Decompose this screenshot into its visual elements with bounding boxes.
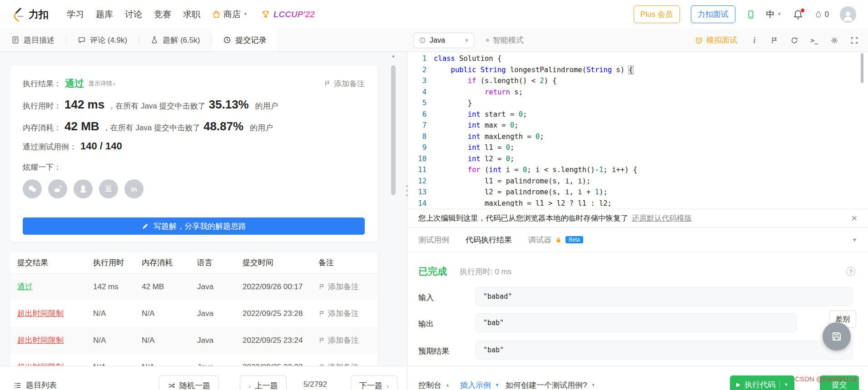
code-line[interactable]: 7 int max = 0; — [407, 120, 868, 131]
fullscreen-icon[interactable] — [844, 29, 864, 52]
add-note-button[interactable]: 添加备注 — [318, 308, 359, 319]
code-line[interactable]: 4 return s; — [407, 87, 868, 98]
cell-runtime: 142 ms — [86, 273, 134, 300]
table-row[interactable]: 超出时间限制N/AN/AJava2022/09/25 23:24添加备注 — [10, 327, 377, 354]
cell-language: Java — [190, 327, 235, 354]
code-line[interactable]: 2 public String longestPalindrome(String… — [407, 64, 868, 76]
qq-icon[interactable] — [74, 179, 93, 198]
code-line[interactable]: 12 l1 = palindrome(s, i, i); — [407, 176, 868, 187]
code-line[interactable]: 14 maxLength = l1 > l2 ? l1 : l2; — [407, 198, 868, 207]
save-feedback-fab[interactable] — [823, 322, 851, 351]
leetcode-interview-button[interactable]: 力扣面试 — [691, 5, 735, 23]
tab-testcase[interactable]: 测试用例 — [418, 235, 449, 245]
list-icon — [14, 381, 22, 390]
nav-link-1[interactable]: 题库 — [96, 9, 113, 20]
linkedin-icon[interactable]: in — [124, 179, 144, 198]
input-value-box[interactable]: "babad" — [476, 287, 853, 306]
clock-icon — [223, 36, 231, 44]
caret-down-icon: ▼ — [465, 39, 469, 43]
code-editor[interactable]: 1class Solution {2 public String longest… — [407, 52, 868, 207]
left-scrollbar[interactable]: ▲ ▼ — [390, 53, 397, 378]
next-question-button[interactable]: 下一题 › — [351, 375, 397, 390]
line-number: 2 — [407, 64, 434, 76]
plus-member-button[interactable]: Plus 会员 — [634, 5, 680, 23]
code-line[interactable]: 11 for (int i = 0; i < s.length()-1; i++… — [407, 164, 868, 176]
submission-result-link[interactable]: 超出时间限制 — [17, 336, 64, 345]
problem-list-button[interactable]: 题目列表 — [14, 380, 57, 390]
pencil-icon — [141, 222, 149, 230]
notifications-bell[interactable] — [793, 9, 804, 20]
code-line[interactable]: 10 int l2 = 0; — [407, 153, 868, 165]
prev-question-button[interactable]: ‹ 上一题 — [240, 375, 287, 390]
chevron-down-icon[interactable]: ▼ — [852, 237, 857, 242]
tab-description[interactable]: 题目描述 — [0, 29, 66, 51]
add-note-button[interactable]: 添加备注 — [324, 79, 365, 89]
flag-icon — [318, 337, 325, 344]
add-note-button[interactable]: 添加备注 — [318, 281, 359, 292]
restore-default-template-link[interactable]: 还原默认代码模版 — [632, 213, 692, 223]
nav-link-4[interactable]: 求职 — [183, 9, 200, 20]
expected-value-box[interactable]: "bab" — [476, 341, 853, 360]
mobile-app-icon[interactable] — [746, 8, 755, 21]
flag-report-icon[interactable] — [764, 29, 784, 52]
submission-result-link[interactable]: 超出时间限制 — [17, 309, 64, 318]
tab-comments[interactable]: 评论 (4.9k) — [66, 29, 139, 51]
line-number: 11 — [407, 164, 434, 176]
code-line[interactable]: 1class Solution { — [407, 53, 868, 64]
pane-resize-handle[interactable] — [405, 183, 409, 199]
terminal-icon[interactable]: >_ — [804, 29, 824, 52]
shop-icon — [212, 10, 221, 19]
nav-item-lccup[interactable]: LCCUP'22 — [261, 10, 315, 20]
language-select[interactable]: Java ▼ — [413, 33, 474, 48]
memory-stat: 内存消耗： 42 MB ，在所有 Java 提交中击败了 48.87% 的用户 — [23, 119, 365, 133]
write-solution-button[interactable]: 写题解，分享我的解题思路 — [23, 217, 365, 235]
tab-debugger[interactable]: 调试器 Beta — [528, 235, 583, 245]
console-toggle[interactable]: 控制台 ▲ — [418, 380, 450, 390]
line-number: 14 — [407, 198, 434, 207]
submission-result-link[interactable]: 通过 — [17, 282, 33, 291]
code-line[interactable]: 5 } — [407, 98, 868, 109]
table-row[interactable]: 通过142 ms42 MBJava2022/09/26 00:17添加备注 — [10, 273, 377, 300]
nav-link-2[interactable]: 讨论 — [125, 9, 142, 20]
nav-link-3[interactable]: 竞赛 — [154, 9, 171, 20]
add-note-button[interactable]: 添加备注 — [318, 335, 359, 346]
close-icon[interactable]: × — [851, 213, 857, 223]
help-icon[interactable]: ? — [846, 267, 855, 276]
language-switcher[interactable]: 中 ▼ — [766, 9, 782, 20]
nav-item-store[interactable]: 商店 ▼ — [212, 9, 248, 20]
mock-interview-button[interactable]: 模拟面试 — [694, 35, 737, 45]
howto-testcase-link[interactable]: 如何创建一个测试用例? ▼ — [506, 380, 595, 390]
reset-code-icon[interactable] — [784, 29, 804, 52]
result-status-link[interactable]: 通过 — [65, 77, 84, 90]
show-details-link[interactable]: 显示详情 › — [89, 79, 115, 88]
code-line[interactable]: 6 int start = 0; — [407, 109, 868, 120]
weibo-icon[interactable] — [48, 179, 67, 198]
leetcode-logo[interactable]: 力扣 — [12, 7, 49, 22]
run-code-button[interactable]: ▶ 执行代码 ▼ — [730, 375, 794, 390]
code-line[interactable]: 13 l2 = palindrome(s, i, i + 1); — [407, 187, 868, 198]
table-row[interactable]: 超出时间限制N/AN/AJava2022/09/25 23:28添加备注 — [10, 300, 377, 327]
mock-interview-label: 模拟面试 — [706, 35, 737, 45]
editor-scrollbar-thumb[interactable] — [861, 53, 863, 83]
smart-mode[interactable]: 智能模式 — [486, 29, 524, 52]
wechat-icon[interactable] — [23, 179, 42, 198]
gear-icon[interactable] — [824, 29, 844, 52]
tab-run-result[interactable]: 代码执行结果 — [466, 235, 512, 245]
nav-link-0[interactable]: 学习 — [67, 9, 84, 20]
code-line[interactable]: 8 int maxLength = 0; — [407, 131, 868, 143]
scrollbar-thumb[interactable] — [391, 65, 396, 195]
scroll-up-icon[interactable]: ▲ — [390, 54, 397, 58]
avatar[interactable] — [840, 6, 856, 23]
daily-streak[interactable]: 0 — [814, 10, 829, 20]
random-question-button[interactable]: 随机一题 — [159, 375, 219, 390]
output-value-box[interactable]: "bab" — [476, 313, 797, 332]
insert-example-button[interactable]: 插入示例 ▼ — [460, 380, 499, 390]
code-line[interactable]: 9 int l1 = 0; — [407, 142, 868, 153]
expected-label: 预期结果 — [418, 346, 449, 356]
tab-solutions[interactable]: 题解 (6.5k) — [139, 29, 211, 51]
code-line[interactable]: 3 if (s.length() < 2) { — [407, 75, 868, 87]
info-icon[interactable]: i — [744, 29, 764, 52]
tab-submissions[interactable]: 提交记录 — [212, 29, 278, 51]
tab-label: 题目描述 — [24, 35, 55, 45]
douban-icon[interactable]: 豆 — [99, 179, 118, 198]
